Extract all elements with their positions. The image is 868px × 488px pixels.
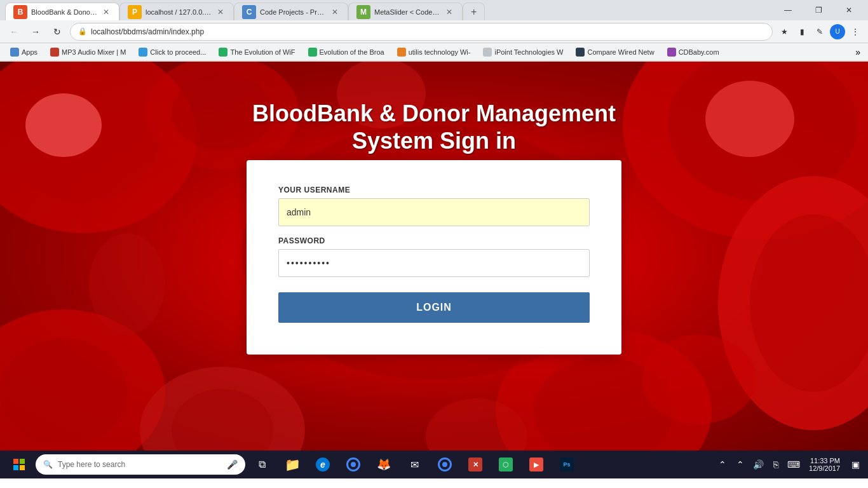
address-bar-row: ← → ↻ 🔒 localhost/bbdms/admin/index.php … bbox=[0, 20, 868, 43]
new-tab-icon: + bbox=[471, 6, 477, 18]
bookmark-label-broadband: Evolution of the Broa bbox=[320, 48, 384, 56]
chrome2-button[interactable] bbox=[431, 451, 459, 478]
browser-chrome: B BloodBank & Donor Ma... ✕ P localhost … bbox=[0, 0, 868, 62]
bookmark-star-icon[interactable]: ★ bbox=[776, 24, 792, 39]
svg-point-18 bbox=[642, 335, 756, 424]
mail-button[interactable]: ✉ bbox=[400, 451, 428, 478]
bookmark-label-apps: Apps bbox=[22, 48, 37, 56]
bookmark-label-ipoint: iPoint Technologies W bbox=[494, 48, 563, 56]
bookmark-utilis[interactable]: utilis technology Wi- bbox=[392, 46, 476, 58]
address-right-icons: ★ ▮ ✎ U ⋮ bbox=[776, 24, 863, 39]
tab-bar: B BloodBank & Donor Ma... ✕ P localhost … bbox=[5, 0, 771, 20]
bookmark-label-mp3: MP3 Audio Mixer | M bbox=[62, 48, 126, 56]
bookmark-favicon-wifi bbox=[219, 48, 227, 57]
login-button[interactable]: LOGIN bbox=[278, 292, 590, 323]
photoshop-button[interactable]: Ps bbox=[553, 451, 581, 478]
tab-close-1[interactable]: ✕ bbox=[101, 7, 111, 17]
bookmark-favicon-click bbox=[139, 48, 147, 57]
bookmarks-more-button[interactable]: » bbox=[853, 46, 863, 58]
tab-close-4[interactable]: ✕ bbox=[444, 7, 454, 17]
tab-phpmyadmin[interactable]: P localhost / 127.0.0.1 / b... ✕ bbox=[119, 3, 234, 20]
bookmark-label-cdbaby: CDBaby.com bbox=[679, 48, 719, 56]
chrome-button[interactable] bbox=[339, 451, 367, 478]
app-play-button[interactable]: ▶ bbox=[522, 451, 550, 478]
network-icon[interactable]: ⎘ bbox=[768, 457, 783, 472]
volume-icon[interactable]: 🔊 bbox=[750, 457, 766, 472]
profile-avatar[interactable]: U bbox=[830, 24, 845, 39]
username-group: YOUR USERNAME bbox=[278, 186, 590, 226]
edge-icon: e bbox=[316, 458, 330, 471]
notification-icon[interactable]: ⌃ bbox=[715, 457, 730, 472]
page-title: BloodBank & Donor Management System Sign… bbox=[0, 100, 868, 154]
tab-favicon-2: P bbox=[128, 5, 142, 19]
svg-point-19 bbox=[89, 233, 165, 335]
search-icon: 🔍 bbox=[43, 460, 53, 469]
system-tray: ⌃ ⌃ 🔊 ⎘ ⌨ 11:33 PM 12/9/2017 ▣ bbox=[715, 456, 863, 473]
extensions-icon[interactable]: ✎ bbox=[812, 24, 827, 39]
username-input[interactable] bbox=[278, 198, 590, 226]
system-clock[interactable]: 11:33 PM 12/9/2017 bbox=[804, 456, 845, 473]
file-explorer-button[interactable]: 📁 bbox=[278, 451, 306, 478]
tab-favicon-3: C bbox=[242, 5, 256, 19]
tab-close-2[interactable]: ✕ bbox=[215, 7, 226, 17]
lock-icon: 🔒 bbox=[78, 27, 87, 36]
address-bar[interactable]: 🔒 localhost/bbdms/admin/index.php bbox=[70, 23, 773, 41]
back-button[interactable]: ← bbox=[5, 23, 23, 41]
window-controls: — ❐ ✕ bbox=[774, 0, 863, 20]
bookmark-compare[interactable]: Compare Wired Netw bbox=[571, 46, 659, 58]
tab-label-2: localhost / 127.0.0.1 / b... bbox=[146, 8, 212, 16]
tab-empty[interactable]: + bbox=[463, 3, 485, 20]
search-placeholder: Type here to search bbox=[58, 460, 125, 469]
chevron-up-icon[interactable]: ⌃ bbox=[733, 457, 748, 472]
forward-button[interactable]: → bbox=[27, 23, 44, 41]
start-button[interactable] bbox=[5, 451, 33, 478]
bookmark-broadband[interactable]: Evolution of the Broa bbox=[303, 46, 390, 58]
svg-rect-21 bbox=[13, 459, 18, 464]
bookmark-favicon-ipoint bbox=[483, 48, 492, 57]
chrome2-icon bbox=[438, 458, 452, 471]
tab-favicon-4: M bbox=[356, 5, 370, 19]
svg-rect-24 bbox=[20, 465, 25, 470]
task-view-button[interactable]: ⧉ bbox=[248, 451, 276, 478]
reload-button[interactable]: ↻ bbox=[48, 23, 66, 41]
menu-icon[interactable]: ⋮ bbox=[848, 24, 863, 39]
password-label: PASSWORD bbox=[278, 236, 590, 245]
maximize-button[interactable]: ❐ bbox=[804, 0, 832, 20]
taskbar-search-bar[interactable]: 🔍 Type here to search 🎤 bbox=[36, 454, 245, 475]
bookmark-wifi-evolution[interactable]: The Evolution of WiF bbox=[214, 46, 300, 58]
bookmark-mp3[interactable]: MP3 Audio Mixer | M bbox=[45, 46, 131, 58]
cast-icon[interactable]: ▮ bbox=[794, 24, 810, 39]
firefox-button[interactable]: 🦊 bbox=[370, 451, 398, 478]
edge-button[interactable]: e bbox=[309, 451, 337, 478]
tab-favicon-1: B bbox=[13, 5, 27, 19]
bookmark-cdbaby[interactable]: CDBaby.com bbox=[662, 46, 724, 58]
username-label: YOUR USERNAME bbox=[278, 186, 590, 194]
action-center-icon[interactable]: ▣ bbox=[848, 457, 863, 472]
app-x-button[interactable]: ✕ bbox=[461, 451, 489, 478]
main-content: BloodBank & Donor Management System Sign… bbox=[0, 62, 868, 451]
url-text: localhost/bbdms/admin/index.php bbox=[91, 27, 204, 36]
tab-label-4: MetaSlider < Code Proje... bbox=[374, 8, 440, 16]
taskbar: 🔍 Type here to search 🎤 ⧉ 📁 e 🦊 ✉ ✕ ⬡ ▶ bbox=[0, 451, 868, 478]
bookmark-label-wifi: The Evolution of WiF bbox=[230, 48, 295, 56]
tab-close-3[interactable]: ✕ bbox=[330, 7, 340, 17]
bookmark-clickproceed[interactable]: Click to proceed... bbox=[133, 46, 211, 58]
tab-label-3: Code Projects - Projects... bbox=[260, 8, 326, 16]
bookmark-apps[interactable]: Apps bbox=[5, 46, 43, 58]
windows-logo-icon bbox=[13, 459, 25, 470]
password-input[interactable] bbox=[278, 249, 590, 277]
firefox-icon: 🦊 bbox=[377, 458, 391, 471]
page-title-line2: System Sign in bbox=[0, 127, 868, 154]
close-button[interactable]: ✕ bbox=[835, 0, 863, 20]
tab-bloodbank[interactable]: B BloodBank & Donor Ma... ✕ bbox=[5, 3, 119, 20]
bookmark-favicon-mp3 bbox=[50, 48, 59, 57]
svg-point-11 bbox=[0, 338, 127, 446]
svg-rect-22 bbox=[20, 459, 25, 464]
battery-icon[interactable]: ⌨ bbox=[786, 457, 801, 472]
tab-codeprojects[interactable]: C Code Projects - Projects... ✕ bbox=[234, 3, 348, 20]
svg-rect-23 bbox=[13, 465, 18, 470]
app-green-button[interactable]: ⬡ bbox=[492, 451, 520, 478]
tab-metaslider[interactable]: M MetaSlider < Code Proje... ✕ bbox=[348, 3, 463, 20]
minimize-button[interactable]: — bbox=[774, 0, 802, 20]
bookmark-ipoint[interactable]: iPoint Technologies W bbox=[478, 46, 568, 58]
